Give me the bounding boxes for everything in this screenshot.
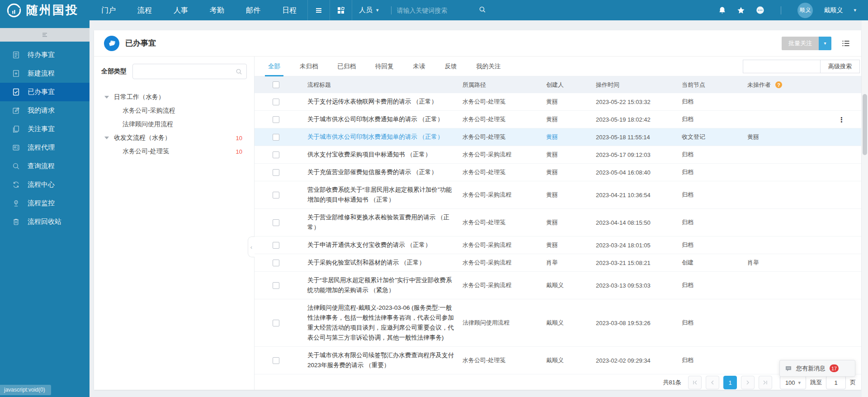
previous-page-button[interactable] [706,376,719,389]
tree-item[interactable]: 日常工作（水务） [101,90,247,104]
tab[interactable]: 反馈 [445,57,457,76]
sidebar-collapse-button[interactable] [0,28,90,42]
sidebar-menu-item[interactable]: 流程中心 [0,175,90,194]
last-page-button[interactable] [759,376,772,389]
row-title[interactable]: 关于申请开通供水支付宝收费的请示 （正常） [297,236,462,254]
sidebar-menu-item[interactable]: 流程监控 [0,194,90,213]
row-checkbox[interactable] [273,242,279,249]
topbar-nav-item[interactable]: 日程 [271,0,307,20]
user-avatar[interactable]: 顺义 [797,3,813,18]
view-options-icon[interactable] [841,39,850,48]
tab[interactable]: 已归档 [338,57,356,76]
tree-item[interactable]: 法律顾问使用流程 [101,118,247,131]
row-title[interactable]: 营业部收费系统关于“非居民用水超定额累计加价”功能增加的项目中标通知书 （正常） [297,181,462,208]
help-icon[interactable]: ? [775,81,782,88]
row-checkbox[interactable] [273,260,279,266]
collapse-panel-handle[interactable]: ‹ [248,236,255,257]
table-row[interactable]: 关于采购化验室试剂和器材的请示 （正常） 水务公司-采购流程 肖举 2023-0… [255,254,861,272]
tree-item[interactable]: 水务公司-处理笺 10 [101,145,247,158]
table-row[interactable]: 关于营业部维修和更换水表检验装置费用的请示 （正常） 水务公司-处理笺 黄丽 2… [255,209,861,236]
row-checkbox[interactable] [273,99,279,105]
tree-item[interactable]: 水务公司-采购流程 [101,104,247,118]
row-title[interactable]: 城市供水有限公司抄表中心车辆维修请示 （重要） [297,374,462,375]
column-header-title[interactable]: 流程标题 [297,81,462,89]
column-header-creator[interactable]: 创建人 [546,81,596,89]
row-checkbox[interactable] [273,151,279,158]
search-icon[interactable] [479,6,486,15]
topbar-nav-item[interactable]: 考勤 [199,0,235,20]
advanced-search-button[interactable]: 高级搜索 [820,60,860,73]
table-row[interactable]: 关于“非居民用水超定额累计加价”实行中营业部收费系统功能增加的采购请示 （紧急）… [255,272,861,299]
topbar-nav-item[interactable]: 门户 [90,0,127,20]
topbar-nav-item[interactable]: 人事 [163,0,199,20]
current-page-button[interactable]: 1 [723,376,737,389]
tab[interactable]: 待回复 [375,57,394,76]
row-more-actions-icon[interactable]: ⋮ [838,116,845,123]
table-row[interactable]: 关于城市供水公司印制水费通知单的请示 （正常） 水务公司-处理笺 黄丽 2023… [255,111,861,128]
sidebar-menu-item[interactable]: 新建流程 [0,64,90,83]
row-title[interactable]: 关于营业部维修和更换水表检验装置费用的请示 （正常） [297,209,462,236]
tab[interactable]: 全部 [268,57,280,76]
column-header-node[interactable]: 当前节点 [682,81,747,89]
row-title[interactable]: 关于充值营业部催费短信服务费的请示 （正常） [297,164,462,181]
table-row[interactable]: 关于支付远传水表物联网卡费用的请示 （正常） 水务公司-处理笺 黄丽 2023-… [255,93,861,111]
global-search-input[interactable] [397,7,472,14]
row-title[interactable]: 关于城市供水公司印制水费通知单的请示 （正常） [297,111,462,128]
toast-text[interactable]: 您有新消息 [796,364,826,373]
row-title[interactable]: 关于城市供水公司印制水费通知单的请示 （正常） [297,128,462,146]
table-row[interactable]: 关于城市供水公司印制水费通知单的请示 （正常） 水务公司-处理笺 黄丽 2023… [255,128,861,146]
topbar-nav-item[interactable]: 邮件 [235,0,271,20]
type-search-input[interactable] [137,68,236,75]
row-title[interactable]: 关于支付远传水表物联网卡费用的请示 （正常） [297,93,462,110]
list-search-input[interactable] [747,63,826,70]
table-row[interactable]: 法律顾问使用流程-戴顺义-2023-03-06 (服务类型:一般性法律事务，包括… [255,299,861,347]
sidebar-menu-item[interactable]: 我的请求 [0,101,90,120]
app-grid-button[interactable] [330,0,352,20]
table-row[interactable]: 关于城市供水有限公司续签鄂汇办水费查询程序及支付2023年服务费的请示 （重要）… [255,347,861,374]
jump-to-page-input[interactable] [826,376,846,389]
module-selector[interactable]: 人员 ▾ [352,0,386,20]
favorites-star-icon[interactable] [737,6,745,14]
app-logo[interactable]: 随州国投 [0,2,90,18]
page-scrollbar-thumb[interactable] [863,94,867,155]
table-row[interactable]: 关于充值营业部催费短信服务费的请示 （正常） 水务公司-处理笺 黄丽 2023-… [255,164,861,181]
row-title[interactable]: 关于采购化验室试剂和器材的请示 （正常） [297,254,462,271]
row-checkbox[interactable] [273,116,279,123]
page-scrollbar-track[interactable] [862,20,868,397]
tree-expand-caret-icon[interactable] [104,96,109,99]
column-header-path[interactable]: 所属路径 [462,81,546,89]
row-checkbox[interactable] [273,169,279,176]
tab[interactable]: 未读 [413,57,425,76]
first-page-button[interactable] [688,376,702,389]
column-header-pending[interactable]: 未操作者 [747,81,771,89]
row-title[interactable]: 关于城市供水有限公司续签鄂汇办水费查询程序及支付2023年服务费的请示 （重要） [297,347,462,374]
row-checkbox[interactable] [273,134,279,141]
sidebar-menu-item[interactable]: 查询流程 [0,157,90,175]
sidebar-menu-item[interactable]: 待办事宜 [0,46,90,64]
sidebar-menu-item[interactable]: 已办事宜 [0,83,90,101]
table-row[interactable]: 关于申请开通供水支付宝收费的请示 （正常） 水务公司-采购流程 黄丽 2023-… [255,236,861,254]
row-title[interactable]: 法律顾问使用流程-戴顺义-2023-03-06 (服务类型:一般性法律事务，包括… [297,299,462,346]
topbar-nav-item[interactable]: 流程 [127,0,163,20]
notifications-bell-icon[interactable] [718,6,726,14]
row-checkbox[interactable] [273,192,279,198]
new-message-toast[interactable]: 您有新消息 17 [779,360,855,377]
row-checkbox[interactable] [273,219,279,226]
table-row[interactable]: 营业部收费系统关于“非居民用水超定额累计加价”功能增加的项目中标通知书 （正常）… [255,181,861,209]
messages-icon[interactable] [756,6,764,14]
batch-follow-dropdown-button[interactable]: ▾ [819,37,831,50]
sidebar-menu-item[interactable]: 流程回收站 [0,213,90,231]
column-header-time[interactable]: 操作时间 [596,81,682,89]
tab[interactable]: 未归档 [300,57,318,76]
row-checkbox[interactable] [273,320,279,326]
tab[interactable]: 我的关注 [476,57,501,76]
user-name[interactable]: 戴顺义 [824,6,843,14]
hamburger-menu-button[interactable] [307,0,330,20]
row-checkbox[interactable] [273,357,279,364]
row-title[interactable]: 关于“非居民用水超定额累计加价”实行中营业部收费系统功能增加的采购请示 （紧急） [297,272,462,299]
user-menu-chevron-icon[interactable]: ▾ [854,7,856,13]
table-row[interactable]: 城市供水有限公司抄表中心车辆维修请示 （重要） 水务公司-处理笺 戴顺义 202… [255,374,861,375]
row-title[interactable]: 供水支付宝收费采购项目中标通知书 （正常） [297,146,462,163]
batch-follow-button[interactable]: 批量关注 [782,37,819,50]
tree-expand-caret-icon[interactable] [104,137,109,139]
